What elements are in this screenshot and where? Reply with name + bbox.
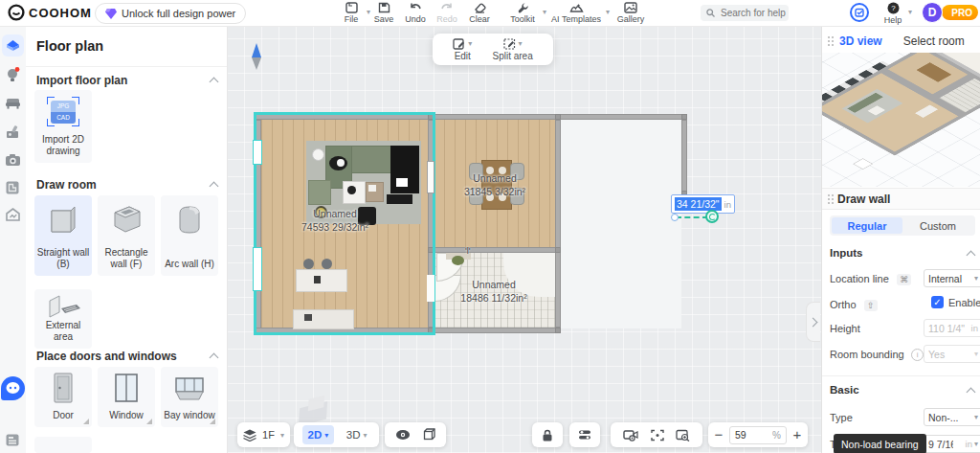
rectangle-wall-card[interactable]: Rectangle wall (F)	[98, 195, 155, 276]
room-label-dining[interactable]: Unnamed31845 3/32in²	[437, 171, 552, 198]
cube-view-icon[interactable]	[421, 428, 435, 442]
save-menu[interactable]: Save	[369, 1, 398, 25]
wall-joint[interactable]	[555, 328, 561, 333]
mode-2d-button[interactable]: 2D ▾	[302, 425, 335, 444]
wall-internal-2[interactable]	[555, 120, 561, 328]
settings-toggles-tool[interactable]	[569, 422, 600, 447]
import-2d-drawing-card[interactable]: JPG CAD Import 2D drawing	[34, 90, 92, 163]
drag-handle-icon[interactable]	[828, 36, 830, 38]
wall-length-input[interactable]: 34 21/32" in	[671, 194, 735, 214]
room-bounding-dropdown[interactable]: Yes▾	[924, 345, 980, 363]
unlock-design-power-button[interactable]: Unlock full design power	[95, 3, 246, 24]
wall-joint[interactable]	[428, 328, 434, 333]
furnish-icon[interactable]	[5, 96, 21, 112]
toolkit-menu[interactable]: Toolkit	[503, 1, 542, 25]
collapse-chevron-icon[interactable]	[967, 388, 976, 397]
ortho-checkbox-label[interactable]: Enable	[948, 295, 980, 310]
eye-icon[interactable]	[395, 429, 411, 441]
piano-bench[interactable]	[387, 194, 412, 204]
decorate-icon[interactable]	[5, 125, 21, 141]
unenclosed-area-floor[interactable]	[561, 120, 681, 328]
zoom-out-button[interactable]: −	[715, 430, 724, 440]
room-label-bath[interactable]: Unnamed18486 11/32in²	[436, 278, 551, 305]
window-left-1[interactable]	[253, 140, 262, 165]
tab-select-room[interactable]: Select room	[903, 34, 965, 48]
wall-end-handle[interactable]	[705, 210, 719, 223]
avatar[interactable]: D	[922, 2, 943, 23]
door-card[interactable]: Door	[34, 367, 92, 427]
window-internal[interactable]	[427, 161, 434, 193]
chat-support-icon[interactable]	[1, 376, 25, 400]
collapse-chevron-icon[interactable]	[210, 78, 219, 87]
wall-joint[interactable]	[555, 114, 561, 120]
help-menu[interactable]: ? Help	[879, 1, 907, 25]
zoom-area-icon[interactable]	[676, 429, 690, 442]
page-title: Floor plan	[36, 38, 103, 54]
external-area-card[interactable]: External area	[34, 289, 92, 349]
plant[interactable]	[452, 256, 464, 265]
zoom-level-field[interactable]: 59 %	[729, 426, 787, 444]
straight-wall-card[interactable]: Straight wall (B)	[34, 195, 92, 276]
collapse-chevron-icon[interactable]	[210, 353, 219, 363]
wall-joint[interactable]	[428, 247, 434, 253]
render-camera-icon[interactable]	[5, 153, 21, 170]
floor-selector[interactable]: 1F ▾	[237, 422, 290, 447]
height-input[interactable]: 110 1/4"in	[924, 319, 980, 337]
collapse-chevron-icon[interactable]	[210, 182, 219, 192]
ortho-checkbox[interactable]: ✓	[931, 296, 944, 308]
wall-joint[interactable]	[681, 114, 687, 120]
door-opening[interactable]	[427, 275, 434, 302]
wall-joint[interactable]	[555, 247, 561, 253]
file-menu[interactable]: File	[337, 1, 366, 25]
ai-templates-menu[interactable]: AI Templates	[548, 1, 604, 25]
room-label-living[interactable]: Unnamed74593 29/32in²	[278, 207, 392, 234]
drag-handle-icon[interactable]	[828, 194, 830, 196]
stool[interactable]	[303, 259, 314, 269]
tab-regular[interactable]: Regular	[832, 217, 902, 234]
pro-badge[interactable]: PRO	[942, 5, 978, 20]
kitchen-counter[interactable]	[293, 309, 354, 329]
undo-menu[interactable]: Undo	[401, 1, 430, 25]
help-search[interactable]	[701, 5, 789, 21]
zoom-in-button[interactable]: +	[793, 430, 802, 440]
my-home-icon[interactable]	[5, 207, 21, 223]
partial-card[interactable]	[34, 437, 92, 453]
edit-button[interactable]: ▾ Edit	[453, 38, 472, 61]
floor-lamp[interactable]	[312, 148, 324, 161]
thickness-dropdown[interactable]: 9 7/16" in ▾	[924, 435, 980, 453]
wall-partial-right[interactable]	[681, 120, 687, 196]
wall-start-handle[interactable]	[671, 214, 679, 221]
tab-custom[interactable]: Custom	[902, 217, 973, 234]
split-area-button[interactable]: ▾ Split area	[492, 38, 532, 61]
logo-text[interactable]: COOHOM	[29, 6, 92, 20]
tab-3d-view[interactable]: 3D view	[839, 34, 882, 48]
green-mat[interactable]	[308, 180, 331, 205]
gallery-menu[interactable]: Gallery	[612, 1, 649, 25]
floorplan-panel: Floor plan Import floor plan JPG CAD Imp…	[26, 26, 228, 453]
collapse-chevron-icon[interactable]	[967, 251, 976, 260]
tasks-icon[interactable]	[850, 3, 869, 22]
arc-wall-card[interactable]: Arc wall (H)	[161, 195, 218, 276]
panel-collapse-handle[interactable]	[806, 302, 820, 342]
coohom-logo-icon[interactable]	[8, 4, 25, 25]
ideas-icon[interactable]	[5, 67, 21, 83]
focus-center-icon[interactable]	[651, 429, 664, 442]
bay-window-card[interactable]: Bay window	[161, 367, 218, 427]
clear-menu[interactable]: Clear	[465, 1, 494, 25]
stool[interactable]	[322, 259, 332, 269]
location-line-dropdown[interactable]: Internal▾	[924, 269, 980, 287]
window-card[interactable]: Window	[98, 367, 155, 427]
wall-joint[interactable]	[428, 114, 434, 120]
kitchen-island[interactable]	[296, 269, 347, 292]
search-input[interactable]	[719, 7, 790, 19]
window-left-2[interactable]	[253, 247, 262, 291]
wall-top[interactable]	[256, 114, 687, 120]
3d-view-preview[interactable]	[822, 53, 980, 187]
type-dropdown[interactable]: Non-...▾	[924, 408, 980, 426]
camera-settings-icon[interactable]	[623, 429, 638, 442]
guide-book-icon[interactable]	[5, 433, 21, 449]
construction-plan-icon[interactable]	[5, 180, 21, 196]
mode-3d-button[interactable]: 3D ▾	[343, 429, 371, 441]
floorplan-tool-icon[interactable]	[5, 37, 21, 54]
lock-tool[interactable]	[532, 422, 563, 447]
